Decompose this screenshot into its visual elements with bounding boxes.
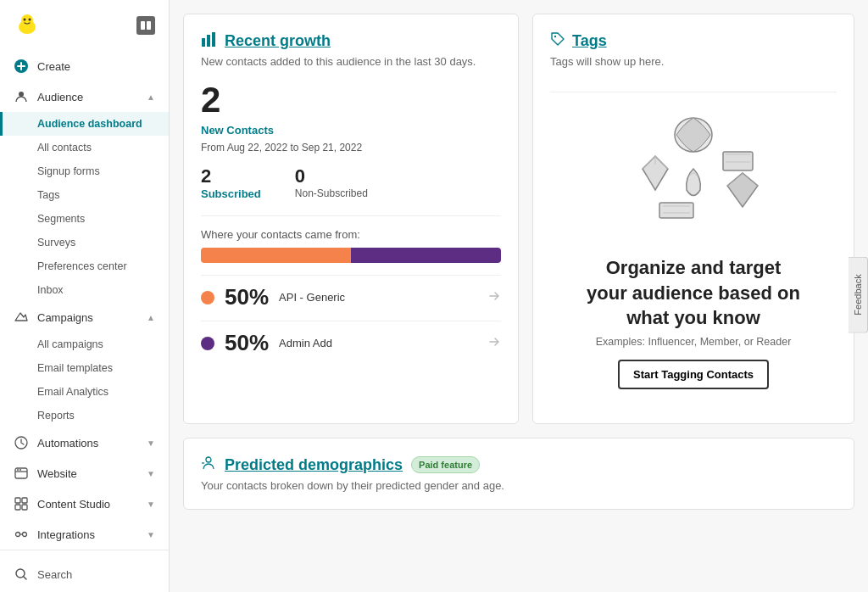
sidebar-item-automations[interactable]: Automations ▼ (0, 427, 169, 458)
start-tagging-button[interactable]: Start Tagging Contacts (618, 360, 769, 389)
recent-growth-subtitle: New contacts added to this audience in t… (201, 55, 501, 68)
source-api-generic: 50% API - Generic (201, 275, 501, 319)
svg-rect-21 (207, 35, 210, 47)
feedback-wrapper: Feedback (849, 256, 868, 335)
admin-add-name: Admin Add (279, 337, 477, 349)
svg-point-11 (17, 469, 19, 471)
create-icon (14, 59, 29, 74)
svg-rect-16 (22, 505, 27, 510)
audience-label: Audience (37, 91, 138, 103)
campaigns-icon (14, 310, 29, 325)
automations-label: Automations (37, 437, 138, 450)
tags-title-row: Tags (550, 31, 837, 50)
api-generic-pct: 50% (225, 284, 269, 310)
sidebar-item-integrations[interactable]: Integrations ▼ (0, 519, 169, 550)
sidebar-item-search[interactable]: Search (0, 559, 169, 589)
tags-organize-text: Organize and target your audience based … (587, 255, 800, 389)
demographics-title[interactable]: Predicted demographics (225, 456, 403, 474)
source-pie-items: 50% API - Generic 50% Admin Add (201, 275, 501, 365)
feedback-button[interactable]: Feedback (849, 256, 868, 332)
sidebar-toggle-button[interactable] (136, 16, 155, 35)
svg-point-5 (31, 25, 35, 30)
sidebar-sub-email-analytics[interactable]: Email Analytics (0, 380, 169, 404)
sidebar-bottom: Search (0, 550, 169, 592)
sidebar-sub-reports[interactable]: Reports (0, 404, 169, 427)
sidebar-sub-segments[interactable]: Segments (0, 207, 169, 231)
svg-point-4 (19, 25, 23, 30)
svg-point-27 (206, 457, 211, 462)
sidebar-item-campaigns[interactable]: Campaigns ▲ (0, 302, 169, 332)
tags-examples: Examples: Influencer, Member, or Reader (587, 336, 800, 348)
subscribed-number: 2 (201, 165, 261, 187)
predicted-demographics-card: Predicted demographics Paid feature Your… (183, 438, 854, 510)
audience-chevron: ▲ (147, 92, 155, 102)
sidebar-sub-signup-forms[interactable]: Signup forms (0, 159, 169, 183)
non-subscribed-stat: 0 Non-Subscribed (295, 165, 368, 200)
campaigns-sub-items: All campaigns Email templates Email Anal… (0, 332, 169, 427)
paid-feature-badge: Paid feature (411, 456, 480, 473)
api-generic-arrow[interactable] (487, 289, 501, 306)
svg-point-9 (19, 92, 24, 97)
svg-point-18 (23, 533, 27, 537)
svg-point-2 (24, 19, 26, 21)
admin-add-arrow[interactable] (487, 335, 501, 352)
svg-point-1 (21, 14, 33, 26)
main-content: Recent growth New contacts added to this… (170, 0, 868, 592)
sidebar-sub-surveys[interactable]: Surveys (0, 231, 169, 254)
sidebar-sub-email-templates[interactable]: Email templates (0, 356, 169, 380)
non-subscribed-number: 0 (295, 165, 368, 187)
svg-point-17 (16, 533, 20, 537)
bar-chart-icon (201, 31, 218, 50)
sidebar-sub-all-campaigns[interactable]: All campaigns (0, 332, 169, 356)
audience-icon (14, 89, 29, 104)
date-range: From Aug 22, 2022 to Sep 21, 2022 (201, 142, 501, 154)
campaigns-chevron: ▲ (147, 313, 155, 322)
subscribed-label: Subscribed (201, 187, 261, 200)
source-admin-add: 50% Admin Add (201, 321, 501, 365)
search-label: Search (37, 568, 155, 581)
automations-chevron: ▼ (147, 438, 155, 448)
sidebar: Create Audience ▲ Audience dashboard All… (0, 0, 170, 592)
content-studio-chevron: ▼ (147, 500, 155, 509)
new-contacts-big-number: 2 (201, 80, 501, 120)
sidebar-sub-tags[interactable]: Tags (0, 183, 169, 207)
svg-point-23 (554, 36, 556, 37)
mailchimp-logo (14, 12, 41, 39)
purple-dot (201, 337, 214, 350)
integrations-label: Integrations (37, 528, 138, 541)
demographics-subtitle: Your contacts broken down by their predi… (201, 479, 837, 492)
recent-growth-title[interactable]: Recent growth (225, 32, 331, 50)
tags-title[interactable]: Tags (572, 32, 607, 50)
new-contacts-label: New Contacts (201, 124, 501, 137)
contacts-from-section: Where your contacts came from: 50% API -… (201, 215, 501, 365)
sidebar-item-create[interactable]: Create (0, 51, 169, 81)
bar-orange (201, 248, 351, 263)
svg-point-12 (19, 469, 21, 471)
create-label: Create (37, 60, 155, 73)
sidebar-navigation: Create Audience ▲ Audience dashboard All… (0, 51, 169, 550)
sidebar-sub-inbox[interactable]: Inbox (0, 278, 169, 302)
tags-visual: Organize and target your audience based … (550, 92, 837, 406)
non-subscribed-label: Non-Subscribed (295, 187, 368, 199)
website-chevron: ▼ (147, 469, 155, 478)
automations-icon (14, 435, 29, 450)
integrations-chevron: ▼ (147, 530, 155, 539)
demographics-icon (201, 455, 216, 474)
sidebar-sub-preferences-center[interactable]: Preferences center (0, 254, 169, 278)
sidebar-sub-audience-dashboard[interactable]: Audience dashboard (0, 112, 169, 136)
sidebar-item-website[interactable]: Website ▼ (0, 458, 169, 489)
sidebar-item-audience[interactable]: Audience ▲ (0, 81, 169, 112)
bar-purple (351, 248, 501, 263)
top-row: Recent growth New contacts added to this… (183, 14, 854, 424)
contacts-source-bar (201, 248, 501, 263)
svg-rect-20 (202, 38, 205, 47)
sidebar-sub-all-contacts[interactable]: All contacts (0, 136, 169, 159)
recent-growth-card: Recent growth New contacts added to this… (183, 14, 519, 424)
website-label: Website (37, 467, 138, 480)
sidebar-item-content-studio[interactable]: Content Studio ▼ (0, 489, 169, 519)
svg-rect-26 (659, 203, 693, 218)
tags-subtitle: Tags will show up here. (550, 55, 837, 68)
recent-growth-title-row: Recent growth (201, 31, 501, 50)
website-icon (14, 466, 29, 481)
contacts-from-label: Where your contacts came from: (201, 228, 501, 241)
